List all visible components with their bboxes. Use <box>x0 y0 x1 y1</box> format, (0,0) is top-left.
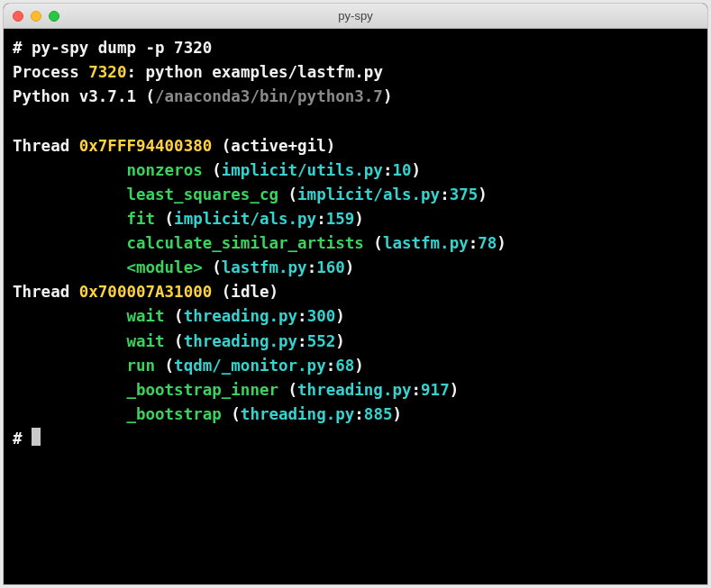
frame-function: _bootstrap_inner <box>126 381 278 399</box>
threads-container: Thread 0x7FFF94400380 (active+gil)nonzer… <box>13 134 698 428</box>
frame-function: _bootstrap <box>126 405 221 423</box>
frame-function: wait <box>126 307 164 325</box>
thread-state: (active+gil) <box>212 137 335 155</box>
frame-line: 552 <box>307 332 336 350</box>
colon: : <box>412 381 422 399</box>
thread-header: Thread 0x700007A31000 (idle) <box>13 280 698 304</box>
thread-header: Thread 0x7FFF94400380 (active+gil) <box>13 134 698 158</box>
stack-frame: <module> (lastfm.py:160) <box>13 256 698 280</box>
paren-open: ( <box>165 332 184 350</box>
zoom-icon[interactable] <box>49 11 59 22</box>
stack-frame: _bootstrap_inner (threading.py:917) <box>13 378 698 403</box>
frame-location: threading.py <box>297 381 411 399</box>
stack-frame: fit (implicit/als.py:159) <box>13 207 698 231</box>
thread-label: Thread <box>13 137 79 155</box>
terminal-body[interactable]: # py-spy dump -p 7320Process 7320: pytho… <box>4 29 707 584</box>
paren-close: ) <box>335 332 345 350</box>
paren-open: ( <box>203 161 222 179</box>
command-line: # py-spy dump -p 7320 <box>13 36 698 60</box>
frame-function: <module> <box>126 258 202 276</box>
stack-frame: least_squares_cg (implicit/als.py:375) <box>13 183 698 207</box>
colon: : <box>326 357 336 375</box>
frame-line: 160 <box>316 258 345 276</box>
paren-close: ) <box>497 234 506 252</box>
frame-line: 159 <box>326 210 355 228</box>
paren-close: ) <box>478 185 488 204</box>
paren-close: ) <box>450 381 460 399</box>
frame-function: calculate_similar_artists <box>126 234 363 252</box>
stack-frame: wait (threading.py:300) <box>13 304 698 329</box>
frame-line: 10 <box>392 161 411 179</box>
close-icon[interactable] <box>13 11 23 22</box>
process-rest: : python examples/lastfm.py <box>126 63 382 81</box>
frame-function: run <box>126 357 155 375</box>
final-prompt: # <box>13 430 32 448</box>
colon: : <box>469 234 479 252</box>
stack-frame: nonzeros (implicit/utils.py:10) <box>13 158 698 183</box>
prompt: # <box>13 39 32 57</box>
paren-close: ) <box>354 357 364 375</box>
frame-location: tqdm/_monitor.py <box>174 357 326 375</box>
paren-open: ( <box>278 381 297 399</box>
final-prompt-line: # <box>13 427 698 451</box>
paren-open: ( <box>155 357 174 375</box>
frame-line: 885 <box>364 405 393 423</box>
thread-label: Thread <box>13 283 79 301</box>
paren-open: ( <box>155 210 174 228</box>
paren-close: ) <box>392 405 402 423</box>
process-line: Process 7320: python examples/lastfm.py <box>13 60 698 85</box>
paren-open: ( <box>278 185 297 204</box>
stack-frame: run (tqdm/_monitor.py:68) <box>13 354 698 378</box>
colon: : <box>383 161 393 179</box>
stack-frame: _bootstrap (threading.py:885) <box>13 403 698 427</box>
frame-location: implicit/als.py <box>174 210 316 228</box>
thread-id: 0x700007A31000 <box>79 283 213 301</box>
python-suffix: ) <box>383 87 393 105</box>
frame-function: fit <box>126 210 155 228</box>
frame-line: 375 <box>450 185 479 204</box>
python-prefix: Python v3.7.1 ( <box>13 87 155 105</box>
frame-line: 917 <box>421 381 450 399</box>
cursor-icon <box>32 428 41 446</box>
traffic-lights <box>13 11 59 22</box>
paren-open: ( <box>203 258 222 276</box>
frame-location: threading.py <box>184 307 297 325</box>
frame-location: lastfm.py <box>222 258 307 276</box>
window-title: py-spy <box>4 9 707 23</box>
frame-location: threading.py <box>241 405 354 423</box>
paren-open: ( <box>222 405 241 423</box>
colon: : <box>316 210 326 228</box>
paren-close: ) <box>412 161 422 179</box>
frame-location: implicit/utils.py <box>222 161 383 179</box>
frame-line: 78 <box>478 234 497 252</box>
colon: : <box>297 332 307 350</box>
colon: : <box>440 185 450 204</box>
process-pid: 7320 <box>88 63 126 81</box>
paren-close: ) <box>345 258 355 276</box>
paren-open: ( <box>364 234 383 252</box>
paren-open: ( <box>165 307 184 325</box>
colon: : <box>354 405 364 423</box>
frame-function: nonzeros <box>126 161 202 179</box>
frame-function: wait <box>126 332 164 350</box>
process-prefix: Process <box>13 63 88 81</box>
paren-close: ) <box>354 210 364 228</box>
paren-close: ) <box>335 307 345 325</box>
frame-function: least_squares_cg <box>126 185 278 204</box>
titlebar: py-spy <box>4 4 707 29</box>
stack-frame: calculate_similar_artists (lastfm.py:78) <box>13 231 698 256</box>
thread-id: 0x7FFF94400380 <box>79 137 213 155</box>
thread-state: (idle) <box>212 283 278 301</box>
stack-frame: wait (threading.py:552) <box>13 330 698 354</box>
frame-location: threading.py <box>184 332 297 350</box>
colon: : <box>307 258 317 276</box>
frame-line: 300 <box>307 307 336 325</box>
frame-line: 68 <box>335 357 354 375</box>
minimize-icon[interactable] <box>31 11 41 22</box>
python-path: /anaconda3/bin/python3.7 <box>155 87 383 105</box>
terminal-window: py-spy # py-spy dump -p 7320Process 7320… <box>4 4 707 584</box>
frame-location: implicit/als.py <box>297 185 440 204</box>
frame-location: lastfm.py <box>383 234 469 252</box>
command-text: py-spy dump -p 7320 <box>32 39 212 57</box>
python-line: Python v3.7.1 (/anaconda3/bin/python3.7) <box>13 85 698 109</box>
